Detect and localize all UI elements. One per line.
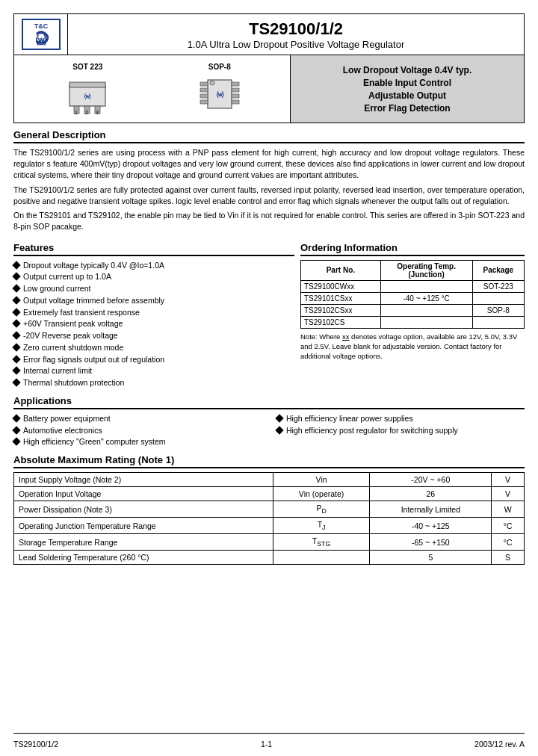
abs-symbol: TJ (273, 518, 370, 534)
abs-param: Storage Temperature Range (14, 534, 273, 551)
abs-row: Storage Temperature Range TSTG -65 ~ +15… (14, 534, 525, 551)
app-item: Battery power equipment (13, 413, 262, 425)
abs-value: 26 (370, 487, 492, 501)
abs-unit: °C (492, 534, 525, 551)
app-item: High efficiency post regulator for switc… (276, 425, 525, 437)
svg-point-13 (210, 81, 214, 85)
abs-unit: °C (492, 518, 525, 534)
ordering-temp (380, 316, 472, 328)
abs-unit: V (492, 487, 525, 501)
page: T&C ⒲ TS29100/1/2 1.0A Ultra Low Dropout… (0, 0, 538, 756)
svg-text:1: 1 (75, 110, 78, 115)
svg-text:2: 2 (85, 110, 88, 115)
ordering-part: TS29102CSxx (301, 304, 381, 316)
footer-center: 1-1 (261, 740, 272, 749)
footer-right: 2003/12 rev. A (474, 740, 525, 749)
abs-param: Lead Soldering Temperature (260 °C) (14, 551, 273, 565)
feature-item: -20V Reverse peak voltage (13, 330, 294, 342)
svg-rect-14 (200, 82, 208, 86)
diamond-icon (12, 355, 20, 363)
sot223-label: SOT 223 (72, 63, 102, 71)
footer-left: TS29100/1/2 (13, 740, 58, 749)
package-sot223: SOT 223 ⒲ 1 2 (62, 63, 113, 115)
app-item: High efficiency linear power supplies (276, 413, 525, 425)
feature-item: Internal current limit (13, 365, 294, 377)
features-title: Features (13, 242, 294, 256)
diamond-icon (12, 331, 20, 339)
ordering-temp (380, 304, 472, 316)
header-bottom: SOT 223 ⒲ 1 2 (14, 55, 524, 123)
diamond-icon (12, 320, 20, 328)
ordering-part: TS29102CS (301, 316, 381, 328)
applications-list1: Battery power equipment Automotive elect… (13, 413, 262, 448)
applications-inner: Battery power equipment Automotive elect… (13, 413, 525, 448)
sop8-label: SOP-8 (208, 63, 231, 71)
svg-rect-17 (200, 100, 208, 104)
company-logo: T&C ⒲ (22, 19, 61, 50)
package-sop8: SOP-8 (197, 63, 242, 115)
ordering-row: TS29102CS (301, 316, 525, 328)
app-item: High efficiency "Green" computer system (13, 436, 262, 448)
ordering-temp: -40 ~ +125 °C (380, 292, 472, 304)
ordering-pkg: SOT-223 (472, 280, 524, 292)
feature-item: Low ground current (13, 283, 294, 295)
ordering-pkg (472, 292, 524, 304)
diamond-icon (12, 378, 20, 386)
features-highlight: Low Dropout Voltage 0.4V typ. Enable Inp… (291, 55, 524, 123)
chip-title: TS29100/1/2 (249, 19, 343, 39)
diamond-icon (12, 438, 20, 446)
abs-row: Lead Soldering Temperature (260 °C) 5 S (14, 551, 525, 565)
diamond-icon (12, 284, 20, 292)
ordering-row: TS29100CWxx SOT-223 (301, 280, 525, 292)
abs-value: -20V ~ +60 (370, 473, 492, 487)
svg-text:⒲: ⒲ (216, 91, 223, 99)
svg-rect-19 (232, 88, 239, 92)
abs-value: -40 ~ +125 (370, 518, 492, 534)
features-list: Dropout voltage typically 0.4V @Io=1.0A … (13, 260, 294, 389)
package-diagrams: SOT 223 ⒲ 1 2 (14, 55, 291, 123)
feature-item: Extremely fast transient response (13, 307, 294, 319)
diamond-icon (12, 261, 20, 269)
abs-symbol: Vin (273, 473, 370, 487)
abs-symbol: TSTG (273, 534, 370, 551)
general-description-section: General Description The TS29100/1/2 seri… (13, 129, 525, 236)
abs-symbol (273, 551, 370, 565)
ordering-row: TS29101CSxx -40 ~ +125 °C (301, 292, 525, 304)
abs-symbol: Vin (operate) (273, 487, 370, 501)
abs-row: Input Supply Voltage (Note 2) Vin -20V ~… (14, 473, 525, 487)
feature-item: Thermal shutdown protection (13, 377, 294, 389)
gen-desc-para1: The TS29100/1/2 series are using process… (13, 147, 525, 182)
ordering-part: TS29101CSxx (301, 292, 381, 304)
diamond-icon (12, 273, 20, 281)
header-top: T&C ⒲ TS29100/1/2 1.0A Ultra Low Dropout… (14, 14, 524, 55)
footer: TS29100/1/2 1-1 2003/12 rev. A (13, 733, 525, 749)
abs-row: Power Dissipation (Note 3) PD Internally… (14, 501, 525, 518)
ordering-table: Part No. Operating Temp.(Junction) Packa… (300, 260, 525, 329)
svg-text:⒲: ⒲ (84, 93, 91, 100)
highlight-1: Low Dropout Voltage 0.4V typ. (343, 65, 471, 75)
diamond-icon (12, 308, 20, 316)
applications-col2: High efficiency linear power supplies Hi… (276, 413, 525, 448)
diamond-icon (12, 426, 20, 434)
feature-item: Zero current shutdown mode (13, 342, 294, 354)
chip-subtitle: 1.0A Ultra Low Dropout Positive Voltage … (188, 39, 405, 50)
applications-title: Applications (13, 395, 525, 409)
app-item: Automotive electronics (13, 425, 262, 437)
svg-text:T&C: T&C (34, 22, 48, 30)
abs-param: Power Dissipation (Note 3) (14, 501, 273, 518)
logo-area: T&C ⒲ (14, 14, 68, 55)
gen-desc-para3: On the TS29101 and TS29102, the enable p… (13, 210, 525, 232)
header-box: T&C ⒲ TS29100/1/2 1.0A Ultra Low Dropout… (13, 13, 525, 123)
abs-max-section: Absolute Maximum Rating (Note 1) Input S… (13, 454, 525, 565)
ordering-col: Ordering Information Part No. Operating … (300, 242, 525, 389)
applications-list2: High efficiency linear power supplies Hi… (276, 413, 525, 437)
ordering-temp (380, 280, 472, 292)
feature-item: Error flag signals output out of regulat… (13, 354, 294, 366)
general-description-title: General Description (13, 129, 525, 143)
highlight-2: Enable Input Control (363, 78, 451, 88)
ordering-note: Note: Where xx denotes voltage option, a… (300, 332, 525, 362)
abs-param: Input Supply Voltage (Note 2) (14, 473, 273, 487)
feature-item: Output voltage trimmed before assembly (13, 295, 294, 307)
sop8-diagram: ⒲ (197, 74, 242, 115)
abs-value: Internally Limited (370, 501, 492, 518)
